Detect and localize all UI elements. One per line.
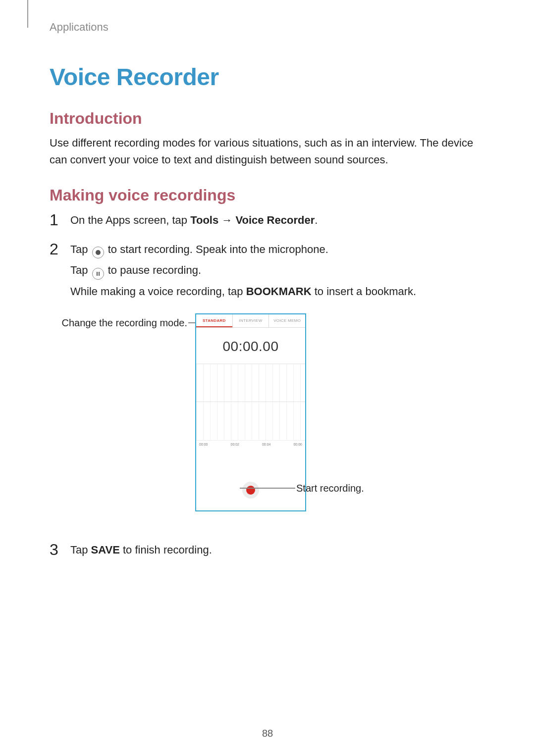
step-3: 3 Tap SAVE to finish recording.: [50, 541, 485, 561]
record-button[interactable]: [242, 482, 259, 499]
intro-body: Use different recording modes for variou…: [50, 135, 485, 168]
text: Tap: [70, 544, 91, 556]
phone-screenshot: STANDARD INTERVIEW VOICE MEMO 00:00.00 0…: [195, 313, 306, 511]
tab-interview[interactable]: INTERVIEW: [233, 314, 269, 327]
step-2: 2 Tap to start recording. Speak into the…: [50, 241, 485, 303]
text: to start recording. Speak into the micro…: [108, 243, 328, 255]
text-bold: SAVE: [91, 544, 120, 556]
text: Tap: [70, 243, 91, 255]
side-rule: [27, 0, 28, 28]
tab-voice-memo[interactable]: VOICE MEMO: [269, 314, 305, 327]
breadcrumb: Applications: [50, 21, 485, 34]
step-number: 2: [50, 241, 70, 258]
text: to finish recording.: [120, 544, 212, 556]
timeline-tick: 00:04: [262, 443, 271, 446]
mode-tabs: STANDARD INTERVIEW VOICE MEMO: [196, 314, 305, 328]
text: to pause recording.: [108, 264, 201, 276]
text: →: [218, 214, 235, 226]
making-heading: Making voice recordings: [50, 186, 485, 204]
page-number: 88: [0, 728, 535, 739]
pause-icon: [92, 268, 104, 280]
step-body: Tap to start recording. Speak into the m…: [70, 241, 416, 303]
callout-line: [240, 488, 295, 489]
callout-start-recording: Start recording.: [296, 483, 364, 494]
text-bold: BOOKMARK: [246, 285, 312, 298]
recording-timer: 00:00.00: [196, 328, 305, 363]
text-bold: Tools: [190, 214, 218, 226]
step-body: Tap SAVE to finish recording.: [70, 541, 212, 561]
text: to insert a bookmark.: [312, 285, 417, 298]
timeline-tick: 00:06: [293, 443, 302, 446]
document-page: Applications Voice Recorder Introduction…: [0, 0, 535, 756]
tab-standard[interactable]: STANDARD: [196, 314, 233, 327]
step-body: On the Apps screen, tap Tools → Voice Re…: [70, 211, 318, 232]
record-dot-icon: [246, 486, 255, 495]
timeline-tick: 00:00: [199, 443, 208, 446]
text: Tap: [70, 264, 91, 276]
text: On the Apps screen, tap: [70, 214, 190, 226]
illustration: Change the recording mode. STANDARD INTE…: [50, 313, 485, 526]
callout-line: [188, 322, 195, 323]
callout-change-mode: Change the recording mode.: [58, 317, 187, 329]
step-number: 1: [50, 211, 70, 229]
step-number: 3: [50, 541, 70, 558]
waveform-timeline: 00:00 00:02 00:04 00:06: [196, 441, 305, 446]
text: While making a voice recording, tap: [70, 285, 246, 298]
timeline-tick: 00:02: [230, 443, 239, 446]
steps-list: 1 On the Apps screen, tap Tools → Voice …: [50, 211, 485, 561]
text: .: [315, 214, 318, 226]
waveform-area: [196, 363, 305, 441]
text-bold: Voice Recorder: [235, 214, 315, 226]
intro-heading: Introduction: [50, 109, 485, 128]
step-1: 1 On the Apps screen, tap Tools → Voice …: [50, 211, 485, 232]
page-title: Voice Recorder: [50, 63, 485, 91]
record-icon: [92, 247, 104, 258]
